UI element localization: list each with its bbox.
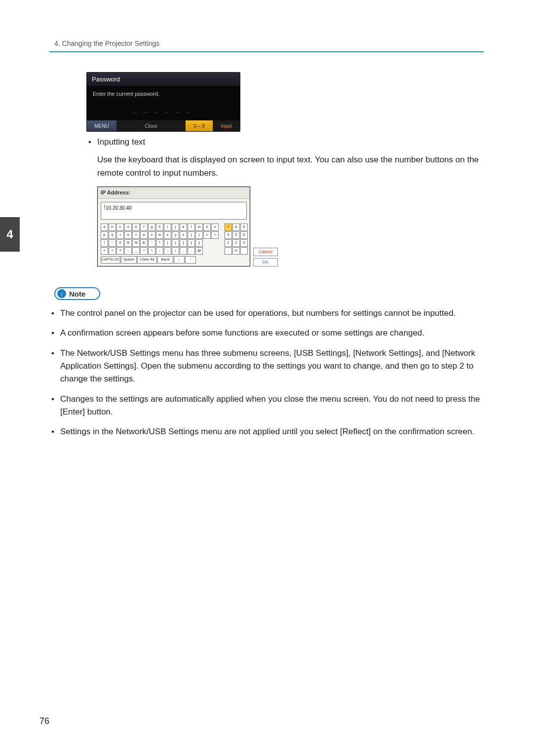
key[interactable]: )	[195, 231, 203, 239]
numpad-key[interactable]: 7	[225, 224, 232, 231]
key[interactable]: +	[101, 247, 108, 255]
key[interactable]: v	[148, 231, 155, 239]
key[interactable]: z	[180, 231, 187, 239]
key[interactable]: *	[156, 239, 163, 247]
password-slots[interactable]: _ _ _ _ _ _	[93, 107, 234, 113]
key[interactable]: b	[109, 224, 116, 231]
key[interactable]: y	[172, 231, 179, 239]
key[interactable]: p	[101, 231, 108, 239]
key[interactable]: j	[172, 224, 179, 231]
key[interactable]: q	[109, 231, 116, 239]
numpad-key[interactable]: 2	[232, 239, 240, 247]
key[interactable]: '	[148, 239, 155, 247]
key[interactable]: r	[116, 231, 124, 239]
key[interactable]: "	[109, 239, 116, 247]
key[interactable]: s	[124, 231, 132, 239]
keyboard-dialog-figure: IP Address: 10.20.30.40 abcdefghijklmno …	[97, 187, 484, 266]
key[interactable]: >	[211, 231, 219, 239]
note-item: The control panel on the projector can b…	[49, 307, 484, 320]
key[interactable]: ;	[156, 247, 163, 255]
dialog-title: Password	[87, 73, 240, 86]
manual-page: 4. Changing the Projector Settings 4 Pas…	[0, 0, 533, 756]
close-label: Close	[116, 120, 186, 131]
clear-all-key[interactable]: Clear All	[137, 256, 157, 264]
key[interactable]: f	[140, 224, 148, 231]
numpad: 789456123.0	[225, 224, 248, 264]
list-item-text: Use the keyboard that is displayed on sc…	[97, 153, 484, 180]
numpad-key[interactable]: 3	[240, 239, 248, 247]
key[interactable]: g	[148, 224, 155, 231]
ok-button[interactable]: OK	[253, 258, 278, 266]
numpad-key[interactable]: 9	[240, 224, 248, 231]
key[interactable]: :	[164, 247, 171, 255]
key[interactable]: @	[195, 247, 203, 255]
down-arrow-icon: ↓	[57, 289, 66, 298]
key[interactable]: l	[188, 224, 195, 231]
key[interactable]: -	[124, 247, 132, 255]
key[interactable]: ]	[180, 239, 187, 247]
key[interactable]: $	[124, 239, 132, 247]
ip-input[interactable]: 10.20.30.40	[101, 202, 247, 220]
password-dialog-figure: Password Enter the current password. _ _…	[86, 72, 484, 132]
key[interactable]: h	[156, 224, 163, 231]
key[interactable]: w	[156, 231, 163, 239]
header-rule	[49, 51, 484, 52]
key[interactable]: <	[203, 231, 211, 239]
dialog-actions: Cancel OK	[253, 248, 278, 266]
key[interactable]: i	[164, 224, 171, 231]
field-label: IP Address:	[98, 187, 250, 199]
numpad-key[interactable]: 6	[240, 231, 248, 239]
key[interactable]: x	[164, 231, 171, 239]
key[interactable]: &	[140, 239, 148, 247]
arrow-left-key[interactable]: ←	[174, 256, 185, 264]
key[interactable]: n	[203, 224, 211, 231]
space-key[interactable]: Space	[121, 256, 137, 264]
key[interactable]: t	[132, 231, 140, 239]
key[interactable]: \	[148, 247, 155, 255]
capslock-key[interactable]: CAPSLOC	[101, 256, 120, 264]
numpad-key[interactable]: .	[225, 247, 232, 255]
key[interactable]: [	[172, 239, 179, 247]
key[interactable]: ,	[180, 247, 187, 255]
key[interactable]: (	[188, 231, 195, 239]
key[interactable]: /	[172, 247, 179, 255]
menu-button[interactable]: MENU	[87, 120, 116, 131]
key[interactable]: e	[132, 224, 140, 231]
numpad-key[interactable]: 5	[232, 231, 240, 239]
chapter-tab: 4	[0, 217, 20, 252]
key[interactable]: m	[195, 224, 203, 231]
key[interactable]: u	[140, 231, 148, 239]
key[interactable]: }	[195, 239, 203, 247]
numpad-key[interactable]: 1	[225, 239, 232, 247]
key[interactable]: !	[101, 239, 108, 247]
key[interactable]: d	[124, 224, 132, 231]
ip-value: 10.20.30.40	[106, 204, 132, 212]
note-item: Changes to the settings are automaticall…	[49, 393, 484, 419]
arrow-right-key[interactable]: →	[185, 256, 196, 264]
key[interactable]: |	[164, 239, 171, 247]
key[interactable]: {	[188, 239, 195, 247]
key[interactable]: k	[180, 224, 187, 231]
key[interactable]: _	[132, 247, 140, 255]
key[interactable]: ?	[116, 247, 124, 255]
key[interactable]: ^	[140, 247, 148, 255]
key[interactable]: #	[116, 239, 124, 247]
key[interactable]: .	[188, 247, 195, 255]
password-dialog: Password Enter the current password. _ _…	[86, 72, 240, 132]
key[interactable]: o	[211, 224, 219, 231]
list-item-title: Inputting text	[97, 137, 145, 147]
back-key[interactable]: Back	[157, 256, 173, 264]
note-item: A confirmation screen appears before som…	[49, 327, 484, 340]
numpad-key[interactable]: 8	[232, 224, 240, 231]
numpad-key[interactable]: 0	[232, 247, 240, 255]
numeric-hint[interactable]: 0 – 9	[186, 120, 213, 131]
key[interactable]: =	[109, 247, 116, 255]
breadcrumb: 4. Changing the Projector Settings	[54, 39, 484, 47]
key[interactable]: a	[101, 224, 108, 231]
key[interactable]: c	[116, 224, 124, 231]
key[interactable]: %	[132, 239, 140, 247]
numpad-key[interactable]	[240, 247, 248, 255]
list-item: Inputting text Use the keyboard that is …	[86, 136, 484, 266]
numpad-key[interactable]: 4	[225, 231, 232, 239]
cancel-button[interactable]: Cancel	[253, 248, 278, 256]
